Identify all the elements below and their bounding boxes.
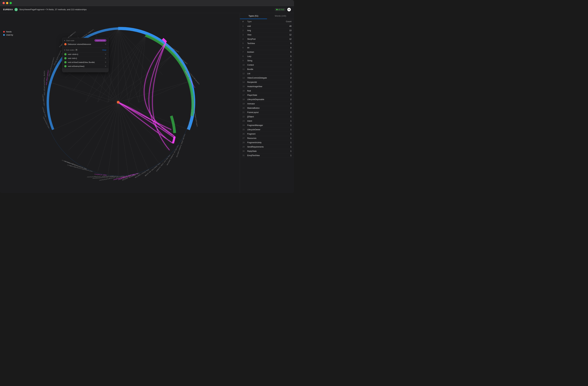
- hub-item-1-icon: [64, 57, 66, 59]
- row-count: 2: [279, 81, 292, 83]
- clear-button[interactable]: Clear: [102, 49, 106, 51]
- table-row[interactable]: 10 Context 2: [240, 63, 294, 67]
- table-row[interactable]: 20 MaterialButton 2: [240, 106, 294, 110]
- table-row[interactable]: 25 LifecycleOwner 1: [240, 128, 294, 132]
- graph-visualization: Fragment.requireFragments() void startAc…: [0, 13, 240, 193]
- col-num: #: [242, 21, 247, 23]
- floating-panel: ▸ Start node experimental Debouncer volu…: [62, 38, 108, 72]
- row-number: 28: [242, 141, 247, 144]
- header-right: v0.73.0 ⚙: [275, 8, 291, 11]
- close-button[interactable]: [2, 2, 5, 4]
- row-count: 1: [279, 133, 292, 135]
- row-number: 31: [242, 154, 247, 157]
- table-row[interactable]: 22 []Object 1: [240, 115, 294, 119]
- row-type: SendRequirements: [247, 146, 279, 148]
- tab-words[interactable]: Words (140): [267, 13, 294, 19]
- row-count: 1: [279, 115, 292, 118]
- table-row[interactable]: 9 String 4: [240, 59, 294, 63]
- table-row[interactable]: 3 View 12: [240, 33, 294, 37]
- hub-item-3[interactable]: void onDestroyView() ✕: [62, 64, 108, 68]
- table-row[interactable]: 6 int 8: [240, 46, 294, 50]
- row-type: MaterialButton: [247, 107, 279, 109]
- row-type: void: [247, 25, 279, 27]
- row-number: 23: [242, 120, 247, 122]
- hub-nodes-label: ▸ Hub nodes 4: [64, 49, 78, 51]
- table-row[interactable]: 23 Intent 1: [240, 119, 294, 123]
- row-number: 7: [242, 51, 247, 53]
- row-type: String: [247, 60, 279, 62]
- version-badge: v0.73.0: [275, 8, 285, 11]
- col-type: Type: [247, 21, 279, 23]
- android-icon: 🤖: [15, 8, 18, 11]
- table-row[interactable]: 4 StoryPost 12: [240, 37, 294, 41]
- row-type: FragmentActivity: [247, 141, 279, 144]
- tab-types[interactable]: Types (51): [240, 13, 267, 19]
- table-row[interactable]: 27 Resources 1: [240, 136, 294, 140]
- hub-item-1-close[interactable]: ✕: [105, 57, 106, 59]
- table-row[interactable]: 16 float 2: [240, 89, 294, 93]
- table-row[interactable]: 1 void 49: [240, 24, 294, 28]
- row-type: Fragment: [247, 133, 279, 135]
- row-number: 2: [242, 29, 247, 32]
- row-number: 20: [242, 107, 247, 109]
- row-type: VideoControlsDelegate: [247, 77, 279, 79]
- minimize-button[interactable]: [6, 2, 8, 4]
- hub-item-0-close[interactable]: ✕: [105, 53, 106, 55]
- row-type: FrameLayout: [247, 111, 279, 114]
- table-row[interactable]: 31 EmojiTextView 1: [240, 153, 294, 158]
- titlebar: [0, 0, 294, 6]
- table-row[interactable]: 2 long 13: [240, 28, 294, 33]
- fp-arrow: ▸: [64, 39, 65, 42]
- hub-item-2-close[interactable]: ✕: [105, 61, 106, 63]
- row-type: long: [247, 29, 279, 32]
- hub-items-list: void <clinit>() ✕ void <init>() ✕ void o…: [62, 52, 108, 68]
- row-number: 1: [242, 25, 247, 27]
- row-count: 1: [279, 150, 292, 152]
- table-row[interactable]: 14 RecipientId 2: [240, 80, 294, 85]
- hub-item-2-icon: [64, 61, 66, 63]
- table-row[interactable]: 15 AvatarImageView 2: [240, 85, 294, 89]
- hub-item-0[interactable]: void <clinit>() ✕: [62, 52, 108, 56]
- table-row[interactable]: 30 ReplyState 1: [240, 149, 294, 153]
- hub-item-0-icon: [64, 53, 66, 55]
- main-content: Needs Used by: [0, 13, 294, 193]
- graph-area[interactable]: Needs Used by: [0, 13, 240, 193]
- table-row[interactable]: 19 Animator 2: [240, 102, 294, 106]
- row-count: 1: [279, 154, 292, 157]
- row-count: 2: [279, 111, 292, 114]
- table-row[interactable]: 29 SendRequirements 1: [240, 145, 294, 149]
- start-node-item[interactable]: Debouncer volumeDebouncer ✕: [64, 42, 106, 46]
- table-row[interactable]: 26 Fragment 1: [240, 132, 294, 136]
- table-row[interactable]: 24 FragmentManager 1: [240, 123, 294, 128]
- row-type: FragmentManager: [247, 124, 279, 126]
- start-node-close[interactable]: ✕: [105, 43, 106, 45]
- row-count: 9: [279, 42, 292, 45]
- right-panel: Types (51) Words (140) # Type Count 1 vo…: [240, 13, 294, 193]
- hub-item-3-close[interactable]: ✕: [105, 65, 106, 67]
- table-row[interactable]: 21 FrameLayout 2: [240, 110, 294, 115]
- table-row[interactable]: 13 VideoControlsDelegate 2: [240, 76, 294, 80]
- row-number: 4: [242, 38, 247, 40]
- row-count: 2: [279, 68, 292, 70]
- hub-item-2[interactable]: void onViewCreated(View, Bundle) ✕: [62, 60, 108, 64]
- hub-item-1[interactable]: void <init>() ✕: [62, 56, 108, 60]
- row-number: 25: [242, 129, 247, 131]
- fp-arrow2: ▸: [64, 49, 65, 51]
- app-header: EUREKA 🤖 StoryViewerPageFragment • 74 fi…: [0, 6, 294, 13]
- table-row[interactable]: 5 TextView 9: [240, 41, 294, 46]
- github-icon[interactable]: ⚙: [287, 8, 291, 11]
- table-row[interactable]: 17 PlayerState 2: [240, 93, 294, 97]
- table-row[interactable]: 12 List 2: [240, 71, 294, 76]
- maximize-button[interactable]: [10, 2, 12, 4]
- table-row[interactable]: 7 boolean 6: [240, 50, 294, 54]
- row-type: []Object: [247, 115, 279, 118]
- row-count: 12: [279, 38, 292, 40]
- table-row[interactable]: 11 Bundle 2: [240, 67, 294, 71]
- hub-item-3-text: void onDestroyView(): [68, 65, 104, 67]
- table-row[interactable]: 8 Lazy 5: [240, 54, 294, 59]
- table-row[interactable]: 28 FragmentActivity 1: [240, 140, 294, 145]
- row-number: 16: [242, 90, 247, 92]
- app-window: EUREKA 🤖 StoryViewerPageFragment • 74 fi…: [0, 0, 294, 193]
- hub-node-input[interactable]: [62, 68, 108, 72]
- table-row[interactable]: 18 LifecycleDisposable 2: [240, 97, 294, 102]
